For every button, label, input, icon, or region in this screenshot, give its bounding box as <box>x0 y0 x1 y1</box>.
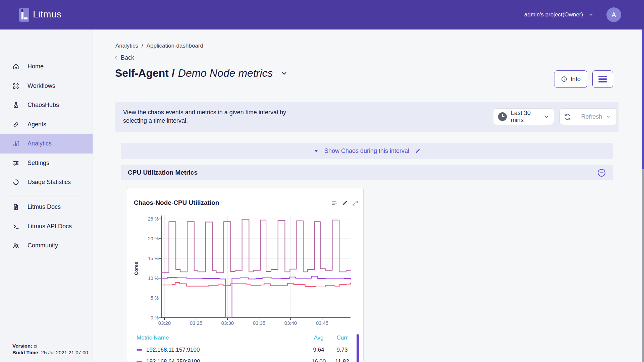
refresh-interval-dropdown[interactable]: Refresh <box>575 109 616 125</box>
build-time-value: 25 Jul 2021 21:07:00 <box>41 350 88 355</box>
analytics-icon <box>12 140 19 147</box>
show-chaos-label: Show Chaos during this interval <box>324 147 409 155</box>
sidebar-item-label: Litmus API Docs <box>28 223 72 230</box>
section-title: CPU Utilization Metrics <box>128 169 198 176</box>
time-range-select[interactable]: Last 30 mins <box>493 108 554 125</box>
cpu-section-header: CPU Utilization Metrics <box>121 165 613 180</box>
sidebar-link-community[interactable]: Community <box>0 236 93 255</box>
table-row[interactable]: 192.168.11.157:91009.649.73 <box>137 346 354 354</box>
brand-name: Litmus <box>33 9 61 20</box>
agents-icon <box>12 121 19 128</box>
panel-title: Chaos-Node-CPU Utilization <box>134 199 219 206</box>
sidebar-item-label: Home <box>28 63 44 70</box>
svg-text:03:30: 03:30 <box>221 320 234 326</box>
sidebar-item-usage-statistics[interactable]: Usage Statistics <box>0 173 93 192</box>
community-icon <box>12 242 19 249</box>
svg-text:03:35: 03:35 <box>253 320 266 326</box>
metric-name: 192.168.11.157:9100 <box>146 347 200 353</box>
table-scrollbar[interactable] <box>357 334 359 362</box>
info-button[interactable]: Info <box>554 70 587 88</box>
build-time-label: Build Time: <box>12 350 40 355</box>
sidebar-item-analytics[interactable]: Analytics <box>0 134 93 154</box>
chaoshub-icon <box>12 102 19 109</box>
col-avg: Avg <box>307 335 330 341</box>
info-icon <box>561 76 568 82</box>
project-name: admin's project(Owner) <box>524 11 583 18</box>
top-navbar: Litmus admin's project(Owner) A <box>0 0 644 29</box>
api-docs-icon <box>12 223 19 230</box>
sidebar-item-label: ChaosHubs <box>28 102 59 109</box>
page-title: Self-Agent / Demo Node metrics <box>115 67 288 79</box>
version-value: ci <box>34 343 37 349</box>
chevron-down-icon <box>544 114 549 119</box>
table-row[interactable]: 192.168.64.250:910016.0011.82 <box>137 358 354 362</box>
sidebar-item-label: Analytics <box>28 140 52 147</box>
breadcrumb-application-dashboard[interactable]: Application-dashboard <box>147 43 203 49</box>
home-icon <box>12 63 19 70</box>
collapse-section-icon[interactable] <box>597 168 606 177</box>
sidebar-link-litmus-docs[interactable]: Litmus Docs <box>0 197 93 217</box>
breadcrumb-separator: / <box>142 43 143 49</box>
sidebar-item-label: Settings <box>28 160 49 167</box>
dashboard-switch-chevron-icon[interactable] <box>280 70 288 77</box>
svg-text:0 %: 0 % <box>151 315 159 320</box>
avatar[interactable]: A <box>606 7 621 22</box>
sidebar-divider <box>10 195 83 195</box>
sidebar-item-label: Workflows <box>28 82 55 89</box>
svg-text:03:25: 03:25 <box>190 320 203 326</box>
sidebar-link-litmus-api-docs[interactable]: Litmus API Docs <box>0 217 93 236</box>
interval-description: View the chaos events and metrics in a g… <box>123 108 286 125</box>
panel-actions <box>331 200 359 206</box>
table-header-row: Metric Name Avg Curr <box>137 334 354 342</box>
chevron-down-icon <box>588 12 594 17</box>
svg-text:25 %: 25 % <box>148 216 159 222</box>
sidebar-item-home[interactable]: Home <box>0 57 93 76</box>
sidebar-item-chaoshubs[interactable]: ChaosHubs <box>0 96 93 115</box>
metric-curr: 9.73 <box>330 347 354 353</box>
version-info: Version: ci Build Time: 25 Jul 2021 21:0… <box>12 343 88 356</box>
dashboard-name: Demo Node metrics <box>178 67 273 79</box>
back-button[interactable]: Back <box>114 54 134 61</box>
show-chaos-toggle[interactable]: Show Chaos during this interval <box>121 143 613 159</box>
metric-name: 192.168.64.250:9100 <box>146 358 200 362</box>
svg-text:10 %: 10 % <box>148 276 159 281</box>
expand-panel-icon[interactable] <box>352 200 359 206</box>
usage-icon <box>12 179 19 186</box>
legend-list-icon[interactable] <box>331 200 338 206</box>
svg-text:03:45: 03:45 <box>316 320 329 326</box>
edit-panel-icon[interactable] <box>341 200 348 206</box>
settings-icon <box>12 160 19 167</box>
workflows-icon <box>12 82 19 89</box>
refresh-now-button[interactable] <box>560 109 575 125</box>
metric-panel: Chaos-Node-CPU Utilization 0 %5 %10 %15 … <box>127 188 364 362</box>
info-label: Info <box>571 76 581 83</box>
svg-text:15 %: 15 % <box>148 256 159 261</box>
sidebar-item-agents[interactable]: Agents <box>0 115 93 134</box>
chevron-left-icon <box>114 55 119 60</box>
triangle-down-icon <box>313 148 319 154</box>
breadcrumb-analytics[interactable]: Analytics <box>115 43 138 49</box>
edit-pencil-icon[interactable] <box>415 148 421 154</box>
chevron-down-icon <box>606 114 611 119</box>
refresh-controls: Refresh <box>559 108 617 125</box>
sidebar-item-label: Litmus Docs <box>28 203 61 210</box>
col-metric-name: Metric Name <box>137 335 169 341</box>
page-scrollbar-thumb[interactable] <box>642 29 644 169</box>
cpu-utilization-chart: 0 %5 %10 %15 %20 %25 %03:2003:2503:3003:… <box>127 208 364 331</box>
refresh-label: Refresh <box>581 113 602 120</box>
sidebar-item-label: Usage Statistics <box>28 179 71 186</box>
interval-banner: View the chaos events and metrics in a g… <box>115 102 619 132</box>
back-label: Back <box>121 54 134 61</box>
agent-name: Self-Agent / <box>115 67 175 79</box>
main-content: Analytics / Application-dashboard Back S… <box>93 29 644 362</box>
version-label: Version: <box>12 343 32 349</box>
svg-text:20 %: 20 % <box>148 236 159 241</box>
sidebar-item-settings[interactable]: Settings <box>0 154 93 173</box>
sidebar-item-workflows[interactable]: Workflows <box>0 76 93 96</box>
docs-icon <box>12 203 19 210</box>
project-switcher[interactable]: admin's project(Owner) <box>524 0 594 29</box>
breadcrumb: Analytics / Application-dashboard <box>115 43 203 49</box>
svg-text:Cores: Cores <box>133 262 139 275</box>
dashboard-menu-button[interactable] <box>592 70 613 88</box>
col-curr: Curr <box>330 335 354 341</box>
